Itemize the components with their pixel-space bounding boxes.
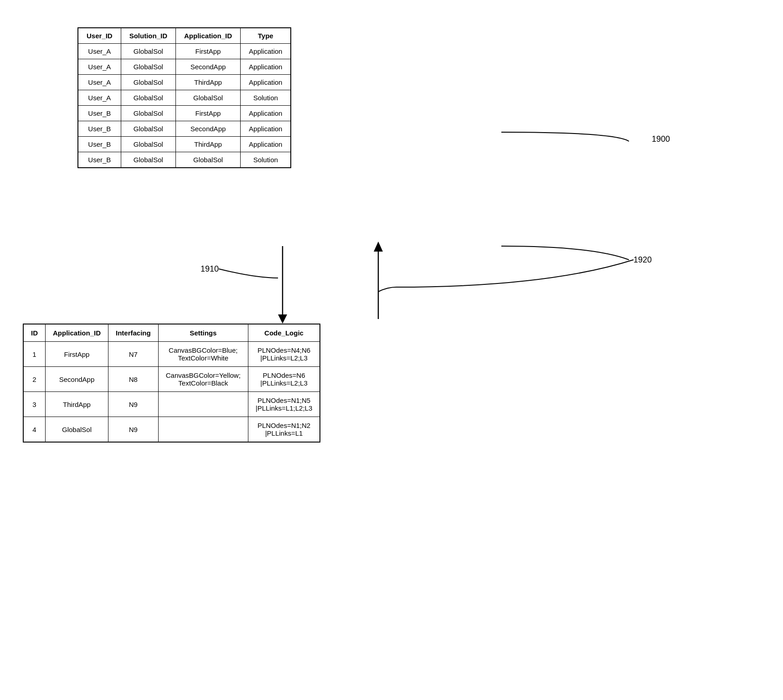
bottom-table-wrapper: ID Application_ID Interfacing Settings C… xyxy=(23,324,320,443)
table-row: User_BGlobalSolGlobalSolSolution xyxy=(78,152,291,168)
table-cell: Application xyxy=(241,137,291,152)
table-cell: SecondApp xyxy=(176,59,241,75)
top-table-wrapper: User_ID Solution_ID Application_ID Type … xyxy=(77,27,291,168)
table-cell: 4 xyxy=(23,417,46,443)
table-row: 2SecondAppN8CanvasBGColor=Yellow; TextCo… xyxy=(23,367,320,392)
top-table: User_ID Solution_ID Application_ID Type … xyxy=(77,27,291,168)
table-cell: PLNOdes=N6 |PLLinks=L2;L3 xyxy=(248,367,320,392)
table-row: 1FirstAppN7CanvasBGColor=Blue; TextColor… xyxy=(23,342,320,367)
top-col-application-id: Application_ID xyxy=(176,28,241,44)
table-cell: PLNOdes=N1;N5 |PLLinks=L1;L2;L3 xyxy=(248,392,320,417)
table-cell: User_B xyxy=(78,137,121,152)
table-cell: FirstApp xyxy=(176,44,241,59)
table-cell: Solution xyxy=(241,152,291,168)
table-cell: GlobalSol xyxy=(121,152,175,168)
table-cell xyxy=(158,392,248,417)
table-cell: FirstApp xyxy=(46,342,108,367)
table-cell: ThirdApp xyxy=(176,75,241,90)
table-cell: N9 xyxy=(108,417,159,443)
table-cell: Application xyxy=(241,121,291,137)
table-cell: SecondApp xyxy=(46,367,108,392)
table-cell: CanvasBGColor=Blue; TextColor=White xyxy=(158,342,248,367)
table-cell: GlobalSol xyxy=(121,90,175,106)
bottom-col-application-id: Application_ID xyxy=(46,324,108,342)
table-cell: 2 xyxy=(23,367,46,392)
table-cell: GlobalSol xyxy=(121,44,175,59)
table-cell: Application xyxy=(241,59,291,75)
table-cell: User_B xyxy=(78,152,121,168)
table-cell: CanvasBGColor=Yellow; TextColor=Black xyxy=(158,367,248,392)
table-cell: N7 xyxy=(108,342,159,367)
table-cell: User_A xyxy=(78,75,121,90)
svg-marker-3 xyxy=(374,242,383,252)
table-cell: PLNOdes=N4;N6 |PLLinks=L2;L3 xyxy=(248,342,320,367)
top-col-user-id: User_ID xyxy=(78,28,121,44)
bottom-col-interfacing: Interfacing xyxy=(108,324,159,342)
table-row: User_BGlobalSolSecondAppApplication xyxy=(78,121,291,137)
table-cell: Application xyxy=(241,75,291,90)
table-row: User_AGlobalSolThirdAppApplication xyxy=(78,75,291,90)
table-cell: 1 xyxy=(23,342,46,367)
table-row: User_AGlobalSolSecondAppApplication xyxy=(78,59,291,75)
table-cell: N9 xyxy=(108,392,159,417)
main-container: User_ID Solution_ID Application_ID Type … xyxy=(0,0,783,700)
table-cell: Application xyxy=(241,44,291,59)
bottom-col-code-logic: Code_Logic xyxy=(248,324,320,342)
table-cell: GlobalSol xyxy=(121,106,175,121)
table-cell: GlobalSol xyxy=(176,90,241,106)
table-row: User_BGlobalSolThirdAppApplication xyxy=(78,137,291,152)
table-cell: GlobalSol xyxy=(176,152,241,168)
bottom-col-id: ID xyxy=(23,324,46,342)
table-cell: GlobalSol xyxy=(121,75,175,90)
table-row: 4GlobalSolN9PLNOdes=N1;N2 |PLLinks=L1 xyxy=(23,417,320,443)
table-cell: FirstApp xyxy=(176,106,241,121)
table-cell: User_A xyxy=(78,59,121,75)
svg-marker-1 xyxy=(278,314,287,324)
bottom-col-settings: Settings xyxy=(158,324,248,342)
table-cell: User_A xyxy=(78,44,121,59)
table-cell: GlobalSol xyxy=(46,417,108,443)
table-cell: ThirdApp xyxy=(46,392,108,417)
table-cell: GlobalSol xyxy=(121,59,175,75)
table-cell: N8 xyxy=(108,367,159,392)
table-cell: User_B xyxy=(78,106,121,121)
table-row: User_AGlobalSolGlobalSolSolution xyxy=(78,90,291,106)
top-col-type: Type xyxy=(241,28,291,44)
table-cell: User_B xyxy=(78,121,121,137)
table-cell: ThirdApp xyxy=(176,137,241,152)
table-cell: PLNOdes=N1;N2 |PLLinks=L1 xyxy=(248,417,320,443)
table-row: User_BGlobalSolFirstAppApplication xyxy=(78,106,291,121)
table-row: User_AGlobalSolFirstAppApplication xyxy=(78,44,291,59)
table-cell: GlobalSol xyxy=(121,137,175,152)
table-row: 3ThirdAppN9PLNOdes=N1;N5 |PLLinks=L1;L2;… xyxy=(23,392,320,417)
label-1900: 1900 xyxy=(652,134,670,144)
bottom-table: ID Application_ID Interfacing Settings C… xyxy=(23,324,320,443)
top-col-solution-id: Solution_ID xyxy=(121,28,175,44)
label-1920: 1920 xyxy=(634,255,652,265)
table-cell: Solution xyxy=(241,90,291,106)
table-cell: SecondApp xyxy=(176,121,241,137)
table-cell: GlobalSol xyxy=(121,121,175,137)
table-cell: 3 xyxy=(23,392,46,417)
label-1910: 1910 xyxy=(201,264,219,274)
table-cell xyxy=(158,417,248,443)
table-cell: User_A xyxy=(78,90,121,106)
table-cell: Application xyxy=(241,106,291,121)
